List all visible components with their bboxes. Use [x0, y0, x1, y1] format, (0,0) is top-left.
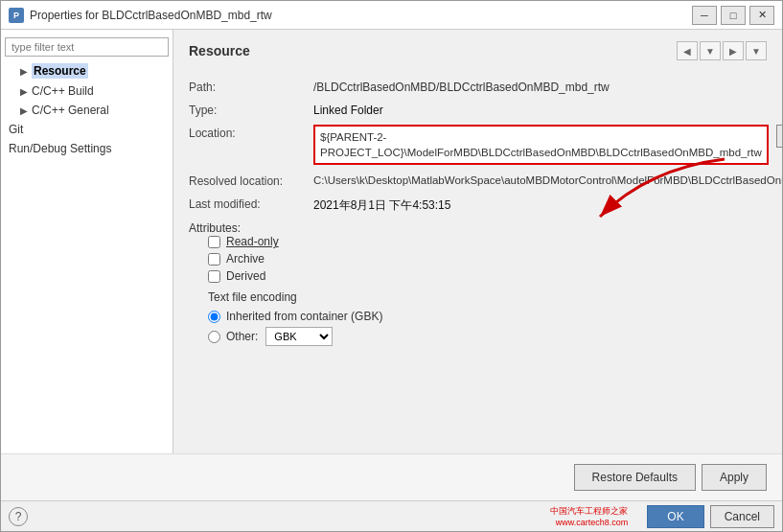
sidebar-item-git[interactable]: Git	[1, 120, 173, 139]
archive-row: Archive	[208, 252, 767, 266]
sidebar-item-label: C/C++ Build	[32, 84, 94, 98]
watermark: 中国汽车工程师之家 www.cartech8.com	[550, 505, 628, 527]
arrow-icon: ▶	[20, 86, 28, 97]
other-label: Other:	[226, 330, 258, 343]
readonly-checkbox[interactable]	[208, 236, 220, 248]
minimize-button[interactable]: ─	[692, 6, 717, 25]
main-window: P Properties for BLDCctrlBasedOnMBD_mbd_…	[0, 0, 783, 532]
nav-forward-button[interactable]: ▶	[723, 41, 744, 60]
archive-checkbox[interactable]	[208, 253, 220, 266]
encoding-section: Text file encoding Inherited from contai…	[208, 290, 767, 346]
sidebar-item-label: C/C++ General	[32, 104, 109, 117]
help-button[interactable]: ?	[9, 507, 28, 526]
sidebar-item-cpp-build[interactable]: ▶ C/C++ Build	[1, 81, 173, 101]
path-value: /BLDCctrlBasedOnMBD/BLDCctrlBasedOnMBD_m…	[313, 79, 767, 94]
path-row: Path: /BLDCctrlBasedOnMBD/BLDCctrlBasedO…	[189, 79, 767, 94]
nav-menu-button[interactable]: ▼	[746, 41, 767, 60]
title-bar-buttons: ─ □ ✕	[692, 6, 774, 25]
attributes-section: Attributes: Read-only Archive Derived	[189, 221, 767, 283]
resolved-value: C:\Users\k\Desktop\MatlabWorkSpace\autoM…	[313, 173, 782, 188]
inherited-label: Inherited from container (GBK)	[226, 310, 382, 323]
footer-bar: ? 中国汽车工程师之家 www.cartech8.com OK Cancel	[1, 500, 782, 531]
window-icon: P	[9, 8, 24, 23]
title-bar: P Properties for BLDCctrlBasedOnMBD_mbd_…	[1, 1, 782, 30]
inherited-radio-row: Inherited from container (GBK)	[208, 310, 767, 323]
nav-back-button[interactable]: ◀	[677, 41, 698, 60]
location-row: Location: ${PARENT-2-PROJECT_LOC}\ModelF…	[189, 125, 767, 165]
path-label: Path:	[189, 79, 313, 94]
nav-buttons: ◀ ▼ ▶ ▼	[677, 41, 767, 60]
sidebar-item-resource[interactable]: ▶ Resource	[1, 60, 173, 81]
derived-row: Derived	[208, 269, 767, 283]
filter-input[interactable]	[5, 37, 169, 57]
sidebar-item-run-debug[interactable]: Run/Debug Settings	[1, 139, 173, 158]
arrow-icon: ▶	[20, 66, 28, 77]
watermark-line1: 中国汽车工程师之家	[550, 505, 628, 518]
cancel-button[interactable]: Cancel	[710, 505, 774, 528]
modified-label: Last modified:	[189, 196, 313, 211]
resolved-label: Resolved location:	[189, 173, 313, 188]
restore-defaults-button[interactable]: Restore Defaults	[574, 464, 696, 491]
nav-dropdown-button[interactable]: ▼	[700, 41, 721, 60]
sidebar: ▶ Resource ▶ C/C++ Build ▶ C/C++ General…	[1, 30, 173, 453]
resolved-row: Resolved location: C:\Users\k\Desktop\Ma…	[189, 173, 767, 188]
derived-label: Derived	[226, 269, 265, 283]
type-row: Type: Linked Folder	[189, 102, 767, 117]
ok-cancel-buttons: OK Cancel	[647, 505, 774, 528]
edit-button[interactable]: Edit...	[776, 125, 782, 148]
sidebar-item-label: Run/Debug Settings	[9, 142, 111, 155]
location-box: ${PARENT-2-PROJECT_LOC}\ModelForMBD\BLDC…	[313, 125, 769, 165]
watermark-line2: www.cartech8.com	[550, 518, 628, 527]
type-label: Type:	[189, 102, 313, 117]
main-content: ▶ Resource ▶ C/C++ Build ▶ C/C++ General…	[1, 30, 782, 453]
derived-checkbox[interactable]	[208, 270, 220, 283]
close-button[interactable]: ✕	[749, 6, 774, 25]
apply-button[interactable]: Apply	[702, 464, 767, 491]
encoding-select[interactable]: GBK UTF-8 ISO-8859-1	[265, 327, 333, 346]
modified-value: 2021年8月1日 下午4:53:15	[313, 196, 767, 214]
attributes-label: Attributes:	[189, 221, 241, 235]
archive-label: Archive	[226, 252, 265, 266]
other-radio[interactable]	[208, 331, 220, 343]
inherited-radio[interactable]	[208, 311, 220, 323]
encoding-title: Text file encoding	[208, 290, 767, 304]
location-label: Location:	[189, 125, 313, 140]
sidebar-item-cpp-general[interactable]: ▶ C/C++ General	[1, 101, 173, 120]
modified-row: Last modified: 2021年8月1日 下午4:53:15	[189, 196, 767, 214]
readonly-label: Read-only	[226, 235, 279, 248]
arrow-icon: ▶	[20, 105, 28, 116]
location-container: ${PARENT-2-PROJECT_LOC}\ModelForMBD\BLDC…	[313, 125, 782, 165]
maximize-button[interactable]: □	[721, 6, 746, 25]
other-radio-row: Other: GBK UTF-8 ISO-8859-1	[208, 327, 767, 346]
ok-button[interactable]: OK	[647, 505, 703, 528]
type-value: Linked Folder	[313, 102, 767, 117]
readonly-row: Read-only	[208, 235, 767, 248]
window-title: Properties for BLDCctrlBasedOnMBD_mbd_rt…	[30, 9, 692, 22]
content-area: Resource ◀ ▼ ▶ ▼ Path: /BLDCctrlBasedOnM…	[173, 30, 782, 453]
bottom-buttons: Restore Defaults Apply	[1, 453, 782, 500]
sidebar-item-label: Resource	[32, 63, 88, 79]
panel-title: Resource	[189, 43, 250, 58]
sidebar-item-label: Git	[9, 123, 23, 136]
